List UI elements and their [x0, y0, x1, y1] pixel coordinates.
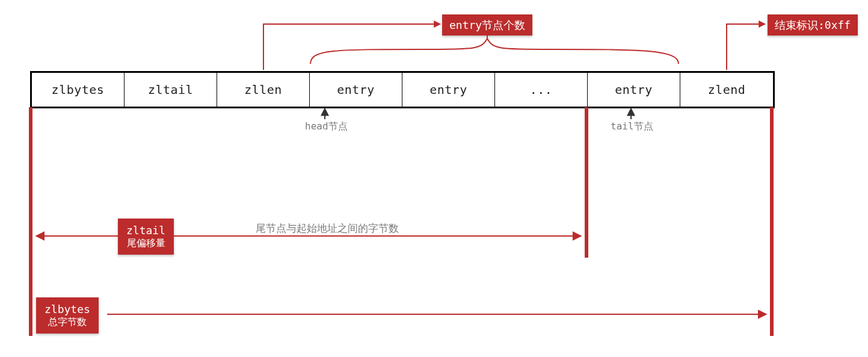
- tag-zltail-sub: 尾偏移量: [126, 237, 165, 250]
- cell-entry-2: entry: [402, 73, 495, 107]
- cell-zlend: zlend: [680, 73, 773, 107]
- brace-entries: [310, 39, 679, 64]
- arrows-overlay: [0, 0, 868, 357]
- tag-zlbytes-title: zlbytes: [45, 303, 90, 315]
- cell-zltail: zltail: [125, 73, 217, 107]
- arrow-zlend-to-tag: [727, 24, 765, 70]
- tag-zltail: zltail 尾偏移量: [118, 219, 174, 255]
- tag-entry-count: entry节点个数: [442, 14, 532, 36]
- diagram-stage: zlbytes zltail zllen entry entry ... ent…: [0, 0, 868, 357]
- vbar-start: [29, 107, 32, 336]
- arrow-zllen-to-tag: [263, 24, 440, 70]
- note-tail-node: tail节点: [611, 120, 653, 133]
- cell-entry-tail: entry: [588, 73, 680, 107]
- note-zltail-desc: 尾节点与起始地址之间的字节数: [256, 222, 399, 235]
- tag-zlbytes: zlbytes 总字节数: [36, 297, 99, 334]
- vbar-end: [770, 107, 774, 336]
- tag-end-marker: 结束标识:0xff: [768, 14, 858, 36]
- struct-row: zlbytes zltail zllen entry entry ... ent…: [30, 71, 775, 108]
- cell-zlbytes: zlbytes: [32, 73, 125, 107]
- cell-entry-ellipsis: ...: [495, 73, 588, 107]
- note-head-node: head节点: [305, 120, 348, 133]
- tag-zlbytes-sub: 总字节数: [45, 316, 90, 329]
- tag-zltail-title: zltail: [126, 224, 165, 237]
- cell-entry-head: entry: [310, 73, 402, 107]
- cell-zllen: zllen: [217, 73, 310, 107]
- vbar-tail-entry-start: [585, 107, 588, 258]
